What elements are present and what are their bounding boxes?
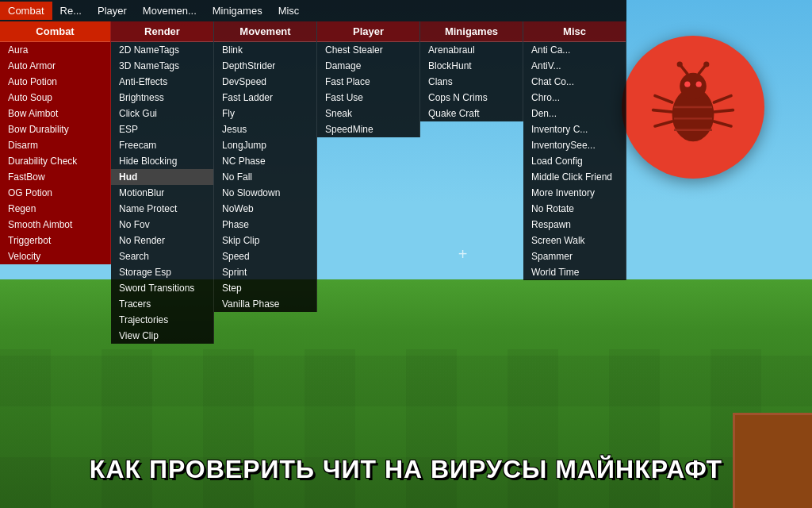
svg-line-13 [714,121,731,126]
svg-point-2 [684,82,690,87]
list-item[interactable]: Spammer [523,248,626,264]
list-item[interactable]: Tracers [111,296,213,312]
list-item[interactable]: Chro... [523,90,626,106]
list-item[interactable]: Inventory C... [523,121,626,137]
list-item[interactable]: Trajectories [111,312,213,328]
list-item[interactable]: NoWeb [214,201,316,217]
list-item-hud[interactable]: Hud [111,169,213,185]
menu-container: Combat Re... Player Movemen... Minigames… [0,0,626,344]
list-item[interactable]: Screen Walk [523,233,626,248]
list-item[interactable]: FastBow [0,169,110,185]
list-item[interactable]: Skip Clip [214,233,316,248]
list-item[interactable]: Sneak [317,106,419,121]
nav-tab-movement[interactable]: Movemen... [135,2,205,20]
list-item[interactable]: Arenabraul [420,42,523,58]
list-item[interactable]: SpeedMine [317,121,419,137]
list-item[interactable]: Quake Craft [420,106,523,121]
list-item[interactable]: Chat Co... [523,74,626,90]
bottom-text: КАК ПРОВЕРИТЬ ЧИТ НА ВИРУСЫ МАЙНКРАФТ [0,455,812,484]
bug-icon [645,60,741,155]
list-item[interactable]: Clans [420,74,523,90]
list-item[interactable]: NC Phase [214,153,316,169]
list-item[interactable]: No Fov [111,217,213,233]
list-item[interactable]: DepthStrider [214,58,316,74]
list-item[interactable]: Anti-Effects [111,74,213,90]
list-item[interactable]: Disarm [0,137,110,153]
player-header: Player [317,21,419,42]
list-item[interactable]: View Clip [111,328,213,344]
list-item[interactable]: No Render [111,233,213,248]
list-item[interactable]: Damage [317,58,419,74]
list-item[interactable]: 2D NameTags [111,42,213,58]
list-item[interactable]: 3D NameTags [111,58,213,74]
svg-point-6 [677,61,683,67]
list-item[interactable]: DevSpeed [214,74,316,90]
list-item[interactable]: Smooth Aimbot [0,217,110,233]
nav-tab-combat[interactable]: Combat [0,2,52,20]
list-item[interactable]: Click Gui [111,106,213,121]
list-item[interactable]: Blink [214,42,316,58]
list-item[interactable]: No Fall [214,169,316,185]
svg-line-10 [655,121,672,126]
list-item[interactable]: Load Config [523,153,626,169]
nav-tab-player[interactable]: Player [90,2,135,20]
minigames-column: Minigames Arenabraul BlockHunt Clans Cop… [420,21,523,121]
nav-tab-misc[interactable]: Misc [270,2,308,20]
list-item[interactable]: InventorySee... [523,137,626,153]
list-item[interactable]: Triggerbot [0,233,110,248]
combat-header: Combat [0,21,110,42]
nav-tab-minigames[interactable]: Minigames [205,2,270,20]
list-item[interactable]: Regen [0,201,110,217]
list-item[interactable]: Auto Soup [0,90,110,106]
svg-point-7 [703,61,709,67]
list-item[interactable]: Name Protect [111,201,213,217]
list-item[interactable]: Brightness [111,90,213,106]
list-item[interactable]: More Inventory [523,185,626,201]
list-item[interactable]: Chest Stealer [317,42,419,58]
render-column: Render 2D NameTags 3D NameTags Anti-Effe… [111,21,214,344]
list-item[interactable]: Fly [214,106,316,121]
list-item[interactable]: Aura [0,42,110,58]
list-item[interactable]: Sprint [214,264,316,280]
list-item[interactable]: Durability Check [0,153,110,169]
menu-columns: Combat Aura Auto Armor Auto Potion Auto … [0,21,626,344]
list-item[interactable]: ESP [111,121,213,137]
list-item[interactable]: Speed [214,248,316,264]
list-item[interactable]: Fast Place [317,74,419,90]
bug-circle [622,36,764,179]
list-item[interactable]: Bow Durability [0,121,110,137]
svg-line-9 [653,110,672,112]
list-item[interactable]: Auto Armor [0,58,110,74]
list-item[interactable]: Middle Click Friend [523,169,626,185]
list-item[interactable]: MotionBlur [111,185,213,201]
list-item[interactable]: Storage Esp [111,264,213,280]
list-item[interactable]: Den... [523,106,626,121]
list-item[interactable]: Phase [214,217,316,233]
list-item[interactable]: Freecam [111,137,213,153]
list-item[interactable]: Hide Blocking [111,153,213,169]
list-item[interactable]: Vanilla Phase [214,296,316,312]
list-item[interactable]: LongJump [214,137,316,153]
list-item[interactable]: Respawn [523,217,626,233]
list-item[interactable]: BlockHunt [420,58,523,74]
nav-tabs: Combat Re... Player Movemen... Minigames… [0,0,626,21]
svg-line-11 [714,96,731,102]
list-item[interactable]: Bow Aimbot [0,106,110,121]
list-item[interactable]: OG Potion [0,185,110,201]
list-item[interactable]: Cops N Crims [420,90,523,106]
list-item[interactable]: Fast Ladder [214,90,316,106]
list-item[interactable]: Velocity [0,248,110,264]
list-item[interactable]: No Slowdown [214,185,316,201]
nav-tab-re[interactable]: Re... [52,2,90,20]
list-item[interactable]: Auto Potion [0,74,110,90]
list-item[interactable]: Search [111,248,213,264]
list-item[interactable]: Anti Ca... [523,42,626,58]
list-item[interactable]: No Rotate [523,201,626,217]
list-item[interactable]: Jesus [214,121,316,137]
list-item[interactable]: Step [214,280,316,296]
render-header: Render [111,21,213,42]
list-item[interactable]: Sword Transitions [111,280,213,296]
list-item[interactable]: Fast Use [317,90,419,106]
list-item[interactable]: AntiV... [523,58,626,74]
list-item[interactable]: World Time [523,264,626,280]
